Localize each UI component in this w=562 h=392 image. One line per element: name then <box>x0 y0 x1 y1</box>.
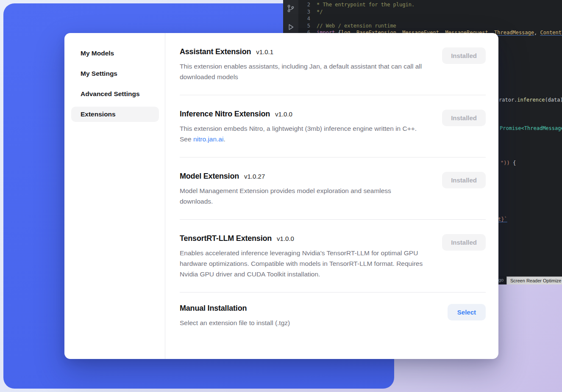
extension-text: Assistant Extension v1.0.1 This extensio… <box>180 47 425 82</box>
code-text: inference <box>517 97 545 103</box>
extension-title: Model Extension <box>180 172 239 181</box>
screen-reader-notice[interactable]: Screen Reader Optimize <box>506 276 562 284</box>
import-id: ThreadMessage <box>494 29 534 36</box>
installed-button[interactable]: Installed <box>442 47 486 64</box>
extension-row-nitro: Inference Nitro Extension v1.0.0 This ex… <box>180 95 486 157</box>
extension-description: Model Management Extension provides mode… <box>180 185 400 207</box>
extension-description: Enables accelerated inference leveraging… <box>180 248 425 279</box>
extension-row-model: Model Extension v1.0.27 Model Management… <box>180 157 486 219</box>
sidebar-item-my-models[interactable]: My Models <box>71 46 159 61</box>
extension-text: Inference Nitro Extension v1.0.0 This ex… <box>180 110 425 144</box>
code-fragment: t}` <box>498 216 507 222</box>
code-area: 2 * The entrypoint for the plugin. 3 */ … <box>298 1 562 36</box>
line-number: 4 <box>298 15 310 22</box>
code-fragment: rator.inference(data)); <box>499 97 562 103</box>
installed-button[interactable]: Installed <box>442 110 486 126</box>
extension-version: v1.0.27 <box>244 173 265 180</box>
extension-text: TensortRT-LLM Extension v1.0.0 Enables a… <box>180 234 425 279</box>
punct-token: , <box>534 29 540 36</box>
sidebar-item-extensions[interactable]: Extensions <box>71 107 159 122</box>
extension-row-tensorrt: TensortRT-LLM Extension v1.0.0 Enables a… <box>180 220 486 292</box>
extension-version: v1.0.0 <box>277 235 294 242</box>
code-line: 3 */ <box>298 8 562 16</box>
extension-version: v1.0.1 <box>256 48 273 55</box>
extension-title: Assistant Extension <box>180 47 251 56</box>
extension-row-assistant: Assistant Extension v1.0.1 This extensio… <box>180 33 486 95</box>
extension-text: Manual Installation Select an extension … <box>180 304 290 328</box>
line-number: 2 <box>298 1 310 8</box>
sidebar-item-my-settings[interactable]: My Settings <box>71 66 159 81</box>
line-number: 5 <box>298 22 310 30</box>
extension-version: v1.0.0 <box>275 110 292 118</box>
code-line: 4 <box>298 15 562 22</box>
status-text: go <box>498 277 504 282</box>
description-text: . <box>223 135 225 143</box>
code-line: 2 * The entrypoint for the plugin. <box>298 1 562 8</box>
code-text: rator. <box>499 97 517 103</box>
extension-description: This extension enables assistants, inclu… <box>180 61 425 82</box>
code-text: * The entrypoint for the plugin. <box>317 1 415 8</box>
sidebar-item-advanced-settings[interactable]: Advanced Settings <box>71 86 159 102</box>
code-text: t}` <box>498 216 507 222</box>
code-fragment: ")) { <box>501 160 516 166</box>
code-text: { <box>510 160 516 166</box>
settings-card: My Models My Settings Advanced Settings … <box>64 33 498 359</box>
source-control-icon[interactable] <box>287 4 295 13</box>
manual-installation-title: Manual Installation <box>180 304 247 313</box>
manual-installation-description: Select an extension file to install (.tg… <box>180 317 290 328</box>
code-line: 5 // Web / extension runtime <box>298 22 562 30</box>
code-text: ")) <box>501 160 510 166</box>
settings-sidebar: My Models My Settings Advanced Settings … <box>64 33 165 359</box>
nitro-jan-ai-link[interactable]: nitro.jan.ai <box>193 135 224 143</box>
line-number: 3 <box>298 8 310 16</box>
manual-installation-row: Manual Installation Select an extension … <box>180 293 486 338</box>
extension-text: Model Extension v1.0.27 Model Management… <box>180 172 400 207</box>
code-fragment: Promise<ThreadMessage> <box>500 125 562 131</box>
code-text: // Web / extension runtime <box>317 22 396 30</box>
installed-button[interactable]: Installed <box>442 234 486 251</box>
installed-button[interactable]: Installed <box>442 172 486 188</box>
extension-title: Inference Nitro Extension <box>180 110 270 119</box>
extension-title: TensortRT-LLM Extension <box>180 234 272 243</box>
extensions-panel: Assistant Extension v1.0.1 This extensio… <box>165 33 498 359</box>
import-id: ContentType <box>540 29 562 36</box>
select-file-button[interactable]: Select <box>448 304 486 320</box>
extension-description: This extension embeds Nitro, a lightweig… <box>180 123 425 144</box>
code-text: (data)); <box>545 97 562 103</box>
code-text: Promise<ThreadMessage> <box>500 125 562 131</box>
desktop-background: 2 * The entrypoint for the plugin. 3 */ … <box>0 0 562 392</box>
code-text: */ <box>317 8 323 16</box>
run-debug-icon[interactable] <box>287 23 295 31</box>
